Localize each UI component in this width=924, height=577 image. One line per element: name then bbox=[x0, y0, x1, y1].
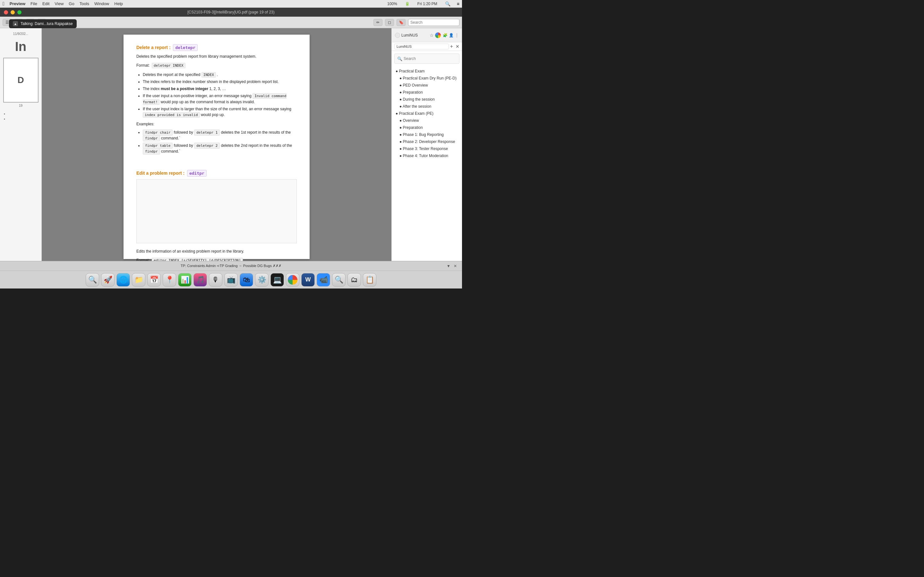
sidebar-date: 11/9/202... bbox=[1, 31, 40, 37]
star-icon[interactable]: ☆ bbox=[430, 33, 434, 38]
nav-phase2[interactable]: ● Phase 2: Developer Response bbox=[392, 138, 462, 145]
apple-menu[interactable]:  bbox=[3, 1, 5, 7]
dock-finder2[interactable]: 🗂 bbox=[347, 273, 361, 287]
bookmark-button[interactable]: 🔖 bbox=[397, 19, 405, 26]
markup-button[interactable]: ◻ bbox=[385, 19, 394, 26]
notification-icon[interactable]: ≡ bbox=[457, 1, 459, 6]
panel-header: LumiNUS ☆ 🧩 👤 ⋮ bbox=[392, 28, 462, 42]
search-input[interactable] bbox=[404, 56, 457, 61]
pdf-page: Delete a report : deletepr Deletes the s… bbox=[124, 35, 310, 259]
nav-ped-preparation[interactable]: ● Preparation bbox=[392, 89, 462, 96]
menu-window[interactable]: Window bbox=[94, 1, 109, 6]
menu-go[interactable]: Go bbox=[69, 1, 74, 6]
pdf-sidebar: 11/9/202... In D 19 • • bbox=[0, 28, 42, 261]
sidebar-impl-label: • • bbox=[1, 109, 40, 123]
dock-chrome[interactable] bbox=[286, 273, 299, 287]
bullet-5: If the user input index is larger than t… bbox=[143, 106, 297, 118]
nav-pe[interactable]: ● Practical Exam (PE) bbox=[392, 110, 462, 117]
bullet-3: The index must be a positive integer 1, … bbox=[143, 86, 297, 92]
panel-page-title: LumiNUS bbox=[401, 33, 428, 37]
nav-practical-exam[interactable]: ● Practical Exam bbox=[392, 68, 462, 75]
menu-help[interactable]: Help bbox=[114, 1, 123, 6]
delete-examples-label: Examples: bbox=[136, 121, 297, 127]
delete-format: Format: deletepr INDEX bbox=[136, 63, 297, 69]
edit-format: Format: editpr INDEX [s/SEVERITY] [d/DES… bbox=[136, 258, 297, 261]
dock-files[interactable]: 📁 bbox=[132, 273, 145, 287]
luminus-search[interactable]: 🔍 bbox=[394, 53, 459, 64]
tooltip-text: Talking: Dami...tura Rajapakse bbox=[21, 21, 73, 26]
dock-safari[interactable]: 🌐 bbox=[116, 273, 130, 287]
delete-description: Deletes the specified problem report fro… bbox=[136, 53, 297, 59]
delete-code: deletepr bbox=[173, 44, 198, 51]
dock-podcasts[interactable]: 🎙 bbox=[209, 273, 222, 287]
tooltip-icon: ▲ bbox=[13, 21, 18, 26]
edit-heading: Edit a problem report : editpr bbox=[136, 170, 297, 177]
delete-format-code: deletepr INDEX bbox=[152, 63, 186, 68]
dock-zoom[interactable]: 📹 bbox=[317, 273, 330, 287]
menu-file[interactable]: File bbox=[31, 1, 37, 6]
pdf-content-area[interactable]: Delete a report : deletepr Deletes the s… bbox=[42, 28, 391, 261]
dismiss-button[interactable]: ✕ bbox=[454, 264, 457, 268]
menu-view[interactable]: View bbox=[55, 1, 63, 6]
favicon-icon bbox=[395, 33, 400, 38]
bullet-4: If the user input a non-positive integer… bbox=[143, 93, 297, 105]
dock-tv[interactable]: 📺 bbox=[224, 273, 238, 287]
minimize-button[interactable] bbox=[11, 10, 15, 15]
close-panel-button[interactable]: ✕ bbox=[456, 44, 459, 49]
new-tab-button[interactable]: + bbox=[450, 44, 453, 49]
search-icon: 🔍 bbox=[397, 56, 402, 61]
maximize-button[interactable] bbox=[17, 10, 21, 15]
delete-example-1: findpr chair followed by deletepr 1 dele… bbox=[143, 129, 297, 141]
delete-heading: Delete a report : deletepr bbox=[136, 44, 297, 51]
menu-preview[interactable]: Preview bbox=[10, 1, 25, 6]
page-number: 19 bbox=[1, 104, 40, 107]
dock-terminal[interactable]: 💻 bbox=[270, 273, 284, 287]
edit-description: Edits the information of an existing pro… bbox=[136, 248, 297, 254]
chrome-icon bbox=[435, 32, 441, 38]
nav-after-session[interactable]: ● After the session bbox=[392, 103, 462, 110]
menu-edit[interactable]: Edit bbox=[42, 1, 49, 6]
more-icon[interactable]: ⋮ bbox=[455, 33, 459, 37]
menu-tools[interactable]: Tools bbox=[79, 1, 89, 6]
pdf-left-area: 11/9/202... In D 19 • • bbox=[0, 28, 391, 261]
delete-examples: findpr chair followed by deletepr 1 dele… bbox=[143, 129, 297, 155]
dock-word[interactable]: W bbox=[301, 273, 315, 287]
dock-numbers[interactable]: 📊 bbox=[178, 273, 192, 287]
dock-notes[interactable]: 📋 bbox=[363, 273, 376, 287]
pdf-search-input[interactable] bbox=[408, 19, 459, 26]
bullet-1: Deletes the report at the specified INDE… bbox=[143, 72, 297, 78]
profile-icon[interactable]: 👤 bbox=[449, 33, 454, 37]
dock-maps[interactable]: 📍 bbox=[163, 273, 176, 287]
nav-pe-preparation[interactable]: ● Preparation bbox=[392, 124, 462, 131]
dock-music[interactable]: 🎵 bbox=[194, 273, 207, 287]
tab-bar: LumiNUS + ✕ bbox=[392, 42, 462, 51]
luminus-panel: LumiNUS ☆ 🧩 👤 ⋮ LumiNUS + ✕ 🔍 bbox=[391, 28, 462, 261]
nav-phase3[interactable]: ● Phase 3: Tester Response bbox=[392, 145, 462, 152]
main-area: 11/9/202... In D 19 • • bbox=[0, 28, 462, 261]
window-title: [CS2103-F09-3][IntelliBrary]UG.pdf (page… bbox=[187, 10, 274, 15]
edit-format-code: editpr INDEX [s/SEVERITY] [d/DESCRIPTION… bbox=[152, 258, 243, 261]
dock-spotlight[interactable]: 🔍 bbox=[332, 273, 346, 287]
url-bar[interactable]: LumiNUS bbox=[394, 44, 449, 49]
bullet-2: The index refers to the index number sho… bbox=[143, 79, 297, 85]
dock-calendar[interactable]: 📅 bbox=[147, 273, 161, 287]
nav-during-session[interactable]: ● During the session bbox=[392, 96, 462, 103]
nav-phase4[interactable]: ● Phase 4: Tutor Moderation bbox=[392, 152, 462, 159]
dock-launchpad[interactable]: 🚀 bbox=[101, 273, 115, 287]
nav-tree: ● Practical Exam ● Practical Exam Dry Ru… bbox=[392, 66, 462, 261]
scroll-down-button[interactable]: ▼ bbox=[447, 264, 451, 268]
pen-button[interactable]: ✏ bbox=[373, 19, 383, 26]
sidebar-thumb-current[interactable]: D bbox=[3, 58, 39, 103]
dock-finder[interactable]: 🔍 bbox=[86, 273, 99, 287]
status-text: TP: Constraints Admin ➪TP Grading → Poss… bbox=[181, 264, 281, 268]
dock-syspref[interactable]: ⚙️ bbox=[255, 273, 268, 287]
nav-ped[interactable]: ● Practical Exam Dry Run (PE-D) bbox=[392, 75, 462, 82]
extensions-icon[interactable]: 🧩 bbox=[443, 33, 447, 37]
nav-ped-overview[interactable]: ● PED Overview bbox=[392, 82, 462, 89]
close-button[interactable] bbox=[4, 10, 8, 15]
dock-appstore[interactable]: 🛍 bbox=[240, 273, 253, 287]
delete-example-2: findpr table followed by deletepr 2 dele… bbox=[143, 143, 297, 155]
nav-pe-overview[interactable]: ● Overview bbox=[392, 117, 462, 124]
nav-phase1[interactable]: ● Phase 1: Bug Reporting bbox=[392, 131, 462, 138]
spotlight-icon[interactable]: 🔍 bbox=[445, 1, 451, 6]
